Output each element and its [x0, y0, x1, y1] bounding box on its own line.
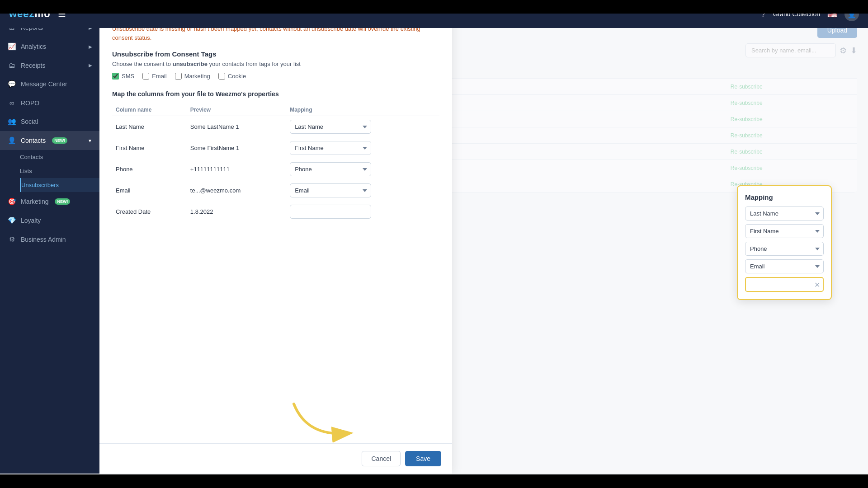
cell-action[interactable]: Re-subscribe	[725, 160, 857, 176]
download-icon[interactable]: ⬇	[850, 46, 857, 56]
ropo-icon: ∞	[7, 99, 16, 107]
resubscribe-button[interactable]: Re-subscribe	[731, 165, 763, 171]
analytics-icon: 📈	[7, 42, 16, 51]
map-select[interactable]: Phone	[290, 162, 371, 176]
map-cell-mapping[interactable]	[286, 201, 439, 222]
message-center-icon: 💬	[7, 80, 16, 88]
map-cell-col: Last Name	[112, 116, 187, 138]
sidebar-sub-item-lists[interactable]: Lists	[20, 164, 99, 178]
save-button[interactable]: Save	[405, 451, 441, 466]
map-cell-col: Created Date	[112, 201, 187, 222]
resubscribe-button[interactable]: Re-subscribe	[731, 116, 763, 122]
resubscribe-button[interactable]: Re-subscribe	[731, 100, 763, 106]
cell-action[interactable]: Re-subscribe	[725, 111, 857, 127]
business-admin-icon: ⚙	[7, 235, 16, 244]
sidebar-item-label: Analytics	[21, 43, 46, 50]
cell-action[interactable]: Re-subscribe	[725, 144, 857, 160]
sidebar-item-business-admin[interactable]: ⚙ Business Admin	[0, 230, 99, 249]
receipts-icon: 🗂	[7, 61, 16, 69]
map-cell-preview: +11111111111	[187, 159, 286, 180]
map-cell-preview: te...@weezmo.com	[187, 180, 286, 201]
mapping-text-input[interactable]	[745, 277, 824, 292]
map-input[interactable]	[290, 205, 371, 219]
map-select[interactable]: Last Name	[290, 120, 371, 134]
checkbox-sms[interactable]: SMS	[112, 73, 134, 80]
upload-modal: Unsubscribe date is missing or hasn't be…	[99, 14, 452, 474]
checkbox-marketing[interactable]: Marketing	[175, 73, 210, 80]
map-col-name: Column name	[112, 104, 187, 116]
chevron-icon: ▶	[89, 63, 92, 68]
filter-icon[interactable]: ⚙	[840, 46, 847, 56]
main-content: Unsubscri... Upload + Custom... ⚙ ⬇ # Na…	[99, 14, 868, 474]
map-cell-mapping[interactable]: First Name	[286, 137, 439, 159]
sidebar-item-loyalty[interactable]: 💎 Loyalty	[0, 211, 99, 230]
sidebar-item-marketing[interactable]: 🎯 Marketing NEW!	[0, 192, 99, 211]
resubscribe-button[interactable]: Re-subscribe	[731, 132, 763, 139]
mapping-select-firstname[interactable]: First Name	[745, 224, 824, 238]
map-cell-preview: 1.8.2022	[187, 201, 286, 222]
mapping-select-email[interactable]: Email	[745, 259, 824, 273]
map-cell-col: Email	[112, 180, 187, 201]
map-cell-mapping[interactable]: Phone	[286, 159, 439, 180]
map-cell-mapping[interactable]: Last Name	[286, 116, 439, 138]
sidebar: ⊞ Reports ▶ 📈 Analytics ▶ 🗂 Receipts ▶ 💬…	[0, 14, 99, 474]
mapping-clear-icon[interactable]: ✕	[814, 280, 820, 289]
marketing-badge: NEW!	[55, 198, 70, 205]
consent-section-title: Unsubscribe from Consent Tags	[112, 50, 439, 58]
mapping-select-phone[interactable]: Phone	[745, 242, 824, 256]
map-select[interactable]: Email	[290, 183, 371, 197]
sidebar-sub-contacts: Contacts Lists Unsubscribers	[0, 150, 99, 192]
resubscribe-button[interactable]: Re-subscribe	[731, 149, 763, 155]
cell-action[interactable]: Re-subscribe	[725, 79, 857, 95]
sidebar-sub-label: Lists	[20, 168, 32, 174]
sidebar-sub-item-contacts[interactable]: Contacts	[20, 150, 99, 164]
map-cell-col: First Name	[112, 137, 187, 159]
sidebar-item-ropo[interactable]: ∞ ROPO	[0, 94, 99, 112]
map-cell-preview: Some FirstName 1	[187, 137, 286, 159]
marketing-icon: 🎯	[7, 197, 16, 206]
sidebar-sub-item-unsubscribers[interactable]: Unsubscribers	[20, 178, 99, 192]
sidebar-item-analytics[interactable]: 📈 Analytics ▶	[0, 37, 99, 56]
map-table-row: Created Date 1.8.2022	[112, 201, 439, 222]
sidebar-item-label: Business Admin	[21, 236, 66, 243]
map-table-row: Last Name Some LastName 1 Last Name	[112, 116, 439, 138]
mapping-popup: Mapping Last Name First Name Phone Email…	[737, 185, 832, 300]
map-table-row: Email te...@weezmo.com Email	[112, 180, 439, 201]
social-icon: 👥	[7, 117, 16, 126]
checkbox-email[interactable]: Email	[142, 73, 167, 80]
sidebar-item-contacts[interactable]: 👤 Contacts NEW! ▼	[0, 131, 99, 150]
sidebar-item-label: Social	[21, 118, 38, 125]
map-col-mapping: Mapping	[286, 104, 439, 116]
map-select[interactable]: First Name	[290, 141, 371, 155]
modal-footer: Cancel Save	[99, 443, 452, 474]
col-action	[725, 63, 857, 79]
mapping-input-row: ✕	[745, 277, 824, 292]
search-input[interactable]	[745, 43, 836, 57]
sidebar-sub-label: Contacts	[20, 154, 43, 160]
sidebar-item-label: Contacts	[21, 137, 46, 144]
map-table-row: Phone +11111111111 Phone	[112, 159, 439, 180]
map-cell-preview: Some LastName 1	[187, 116, 286, 138]
mapping-select-lastname[interactable]: Last Name	[745, 206, 824, 221]
sidebar-item-label: ROPO	[21, 99, 39, 107]
cancel-button[interactable]: Cancel	[362, 451, 401, 466]
sidebar-item-message-center[interactable]: 💬 Message Center	[0, 75, 99, 94]
contacts-badge: NEW!	[52, 137, 67, 144]
resubscribe-button[interactable]: Re-subscribe	[731, 84, 763, 90]
sidebar-item-label: Loyalty	[21, 217, 41, 224]
mapping-popup-title: Mapping	[745, 193, 824, 201]
sidebar-item-social[interactable]: 👥 Social	[0, 112, 99, 131]
chevron-icon: ▶	[89, 44, 92, 49]
map-cell-mapping[interactable]: Email	[286, 180, 439, 201]
map-table-row: First Name Some FirstName 1 First Name	[112, 137, 439, 159]
loyalty-icon: 💎	[7, 216, 16, 225]
sidebar-item-label: Receipts	[21, 62, 45, 69]
sidebar-item-receipts[interactable]: 🗂 Receipts ▶	[0, 56, 99, 75]
cell-action[interactable]: Re-subscribe	[725, 95, 857, 111]
map-cell-col: Phone	[112, 159, 187, 180]
sidebar-item-label: Marketing	[21, 198, 48, 205]
checkbox-cookie[interactable]: Cookie	[218, 73, 246, 80]
consent-tags: SMS Email Marketing Cookie	[112, 73, 439, 80]
sidebar-item-label: Message Center	[21, 80, 67, 88]
cell-action[interactable]: Re-subscribe	[725, 127, 857, 144]
